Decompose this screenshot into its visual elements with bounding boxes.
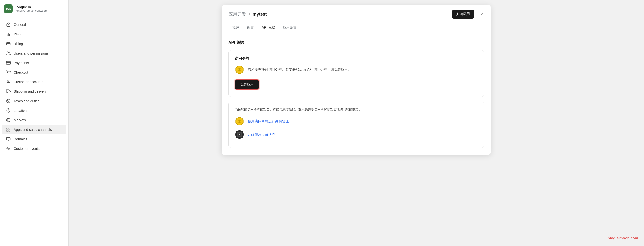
- svg-rect-38: [238, 73, 241, 74]
- coin-icon: [234, 65, 244, 75]
- sidebar-item-label: Locations: [14, 109, 28, 112]
- svg-rect-54: [236, 124, 238, 125]
- auth-link-row: 使用访问令牌进行身份验证: [234, 116, 478, 126]
- sidebar-item-shipping[interactable]: Shipping and delivery: [2, 87, 66, 96]
- svg-rect-74: [242, 132, 243, 137]
- tab-overview[interactable]: 概述: [228, 22, 243, 33]
- sidebar-item-domains[interactable]: Domains: [2, 135, 66, 144]
- sidebar-item-label: Plan: [14, 32, 20, 36]
- breadcrumb-parent[interactable]: 应用开发: [228, 11, 246, 17]
- sidebar: lon longlikun longlikun.myshopify.com Ge…: [0, 0, 68, 246]
- svg-rect-60: [239, 120, 240, 123]
- tab-app-settings[interactable]: 应用设置: [279, 22, 300, 33]
- svg-rect-9: [6, 90, 9, 92]
- sidebar-item-plan[interactable]: Plan: [2, 29, 66, 39]
- svg-rect-27: [238, 65, 241, 66]
- checkout-icon: [6, 70, 11, 75]
- svg-point-11: [6, 92, 8, 93]
- svg-rect-33: [243, 68, 244, 71]
- svg-rect-24: [6, 137, 10, 140]
- svg-rect-52: [236, 123, 236, 124]
- svg-rect-48: [236, 118, 236, 120]
- security-message: 确保您的访问令牌的安全。请仅与您信任的开发人员共享访问令牌以安全地访问您的数据。: [234, 107, 478, 112]
- svg-rect-3: [6, 42, 10, 45]
- sidebar-item-label: General: [14, 23, 26, 27]
- sidebar-item-label: Shipping and delivery: [14, 89, 46, 93]
- breadcrumb: 应用开发 > mytest: [228, 11, 267, 17]
- token-section: 访问令牌: [234, 56, 478, 90]
- svg-rect-43: [238, 68, 241, 69]
- main-wrapper: 应用开发 > mytest 安装应用 × 概述 配置 API 凭据 应用设置 A…: [68, 0, 644, 246]
- tab-config[interactable]: 配置: [243, 22, 258, 33]
- sidebar-item-apps[interactable]: Apps and sales channels: [2, 125, 66, 134]
- token-row: 您还没有任何访问令牌。若要获取店面 API 访问令牌，请安装应用。: [234, 65, 478, 75]
- svg-rect-56: [238, 125, 241, 125]
- install-app-button[interactable]: 安装应用: [234, 79, 259, 90]
- svg-point-7: [10, 74, 10, 74]
- modal-header: 应用开发 > mytest 安装应用 ×: [222, 5, 491, 18]
- sidebar-item-locations[interactable]: Locations: [2, 106, 66, 115]
- billing-icon: [6, 41, 11, 46]
- section-title: API 凭据: [228, 40, 484, 45]
- sidebar-item-label: Customer accounts: [14, 80, 43, 84]
- token-message: 您还没有任何访问令牌。若要获取店面 API 访问令牌，请安装应用。: [248, 65, 351, 72]
- svg-rect-50: [235, 120, 236, 123]
- svg-rect-51: [243, 120, 244, 123]
- svg-rect-62: [238, 122, 241, 122]
- markets-icon: [6, 118, 11, 123]
- svg-rect-73: [236, 132, 237, 137]
- auth-link[interactable]: 使用访问令牌进行身份验证: [248, 119, 289, 123]
- svg-rect-31: [242, 67, 243, 68]
- apps-icon: [6, 127, 11, 132]
- svg-rect-68: [242, 131, 243, 132]
- svg-rect-20: [6, 128, 8, 129]
- sidebar-item-markets[interactable]: Markets: [2, 115, 66, 125]
- svg-rect-65: [235, 133, 236, 136]
- sidebar-item-billing[interactable]: Billing: [2, 39, 66, 48]
- sidebar-item-customer-events[interactable]: Customer events: [2, 144, 66, 153]
- store-name: longlikun: [16, 5, 48, 9]
- svg-point-8: [8, 80, 9, 82]
- svg-rect-23: [9, 130, 10, 131]
- svg-rect-30: [236, 67, 236, 68]
- sidebar-item-label: Taxes and duties: [14, 99, 40, 103]
- sidebar-item-label: Markets: [14, 118, 26, 122]
- modal-overlay: 应用开发 > mytest 安装应用 × 概述 配置 API 凭据 应用设置 A…: [68, 0, 644, 246]
- users-icon: [6, 51, 11, 56]
- svg-rect-77: [239, 134, 240, 135]
- access-token-card: 访问令牌: [228, 50, 484, 97]
- sidebar-item-checkout[interactable]: Checkout: [2, 68, 66, 77]
- svg-rect-36: [236, 73, 238, 73]
- auth-coin-icon: [234, 116, 244, 126]
- svg-rect-46: [236, 118, 238, 118]
- close-button[interactable]: ×: [479, 11, 484, 17]
- modal-body: API 凭据 访问令牌: [222, 33, 491, 155]
- chart-icon: [6, 32, 11, 37]
- svg-line-14: [8, 100, 9, 102]
- svg-rect-37: [241, 73, 242, 73]
- svg-rect-49: [242, 118, 243, 120]
- sidebar-item-users[interactable]: Users and permissions: [2, 49, 66, 58]
- install-app-header-button[interactable]: 安装应用: [452, 10, 474, 18]
- location-icon: [6, 108, 11, 113]
- sidebar-item-general[interactable]: General: [2, 20, 66, 29]
- taxes-icon: [6, 99, 11, 103]
- sidebar-item-taxes[interactable]: Taxes and duties: [2, 96, 66, 106]
- sidebar-nav: General Plan Billing Users and permissio…: [0, 18, 68, 156]
- customer-icon: [6, 79, 11, 84]
- api-link[interactable]: 开始使用后台 API: [248, 132, 275, 137]
- tab-api-credentials[interactable]: API 凭据: [258, 22, 279, 33]
- svg-rect-64: [238, 138, 241, 139]
- svg-rect-42: [239, 68, 240, 71]
- events-icon: [6, 146, 11, 151]
- svg-rect-53: [242, 123, 243, 124]
- svg-rect-67: [236, 131, 237, 132]
- sidebar-item-label: Apps and sales channels: [14, 128, 52, 132]
- sidebar-item-label: Billing: [14, 42, 23, 46]
- sidebar-item-payments[interactable]: Payments: [2, 58, 66, 67]
- sidebar-item-customer-accounts[interactable]: Customer accounts: [2, 77, 66, 87]
- avatar: lon: [4, 4, 13, 13]
- svg-rect-70: [242, 137, 243, 138]
- svg-marker-10: [9, 91, 10, 92]
- header-actions: 安装应用 ×: [452, 10, 484, 18]
